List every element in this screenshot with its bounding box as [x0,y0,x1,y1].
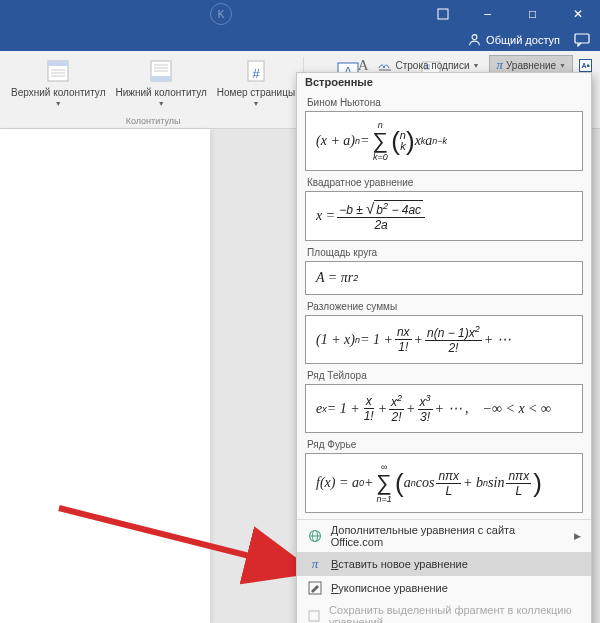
ink-icon [307,580,323,596]
eq-binomial-expansion[interactable]: (1 + x)n = 1 + nx1! + n(n − 1)x22! + ⋯ [305,315,583,364]
svg-rect-2 [575,34,589,43]
menu-header: Встроенные [297,73,591,91]
titlebar-decoration: K [210,0,232,28]
person-icon [468,33,481,46]
svg-text:#: # [252,66,260,81]
dropdown-icon: ▼ [473,62,480,69]
menu-ink-label: Рукописное уравнение [331,582,448,594]
menu-body: Бином Ньютона (x + a)n = n∑k=0 (nk) xkan… [297,91,591,519]
dropdown-icon: ▼ [559,62,566,69]
page-number-button[interactable]: # Номер страницы ▼ [212,55,300,116]
svg-rect-28 [309,611,319,621]
footer-button[interactable]: Нижний колонтитул ▼ [111,55,212,116]
header-label: Верхний колонтитул [11,87,106,98]
share-bar: Общий доступ [0,28,600,51]
share-label: Общий доступ [486,34,560,46]
help-button[interactable] [420,0,465,28]
app-logo: K [210,3,232,25]
eq-title-taylor: Ряд Тейлора [307,370,583,381]
menu-insert-equation[interactable]: π Вставить новое уравнение [297,552,591,576]
signature-label: Строка подписи [395,60,469,71]
eq-title-binomial: Бином Ньютона [307,97,583,108]
page-number-icon: # [243,58,269,84]
signature-line-button[interactable]: Строка подписи ▼ [374,58,483,72]
eq-fourier[interactable]: f(x) = a0 + ∞∑n=1 (an cos nπxL + bn sin … [305,453,583,513]
save-icon [307,608,321,623]
dropcap-icon[interactable]: A [358,57,369,74]
footer-label: Нижний колонтитул [116,87,207,98]
signature-icon [378,59,392,71]
menu-more-equations[interactable]: Дополнительные уравнения с сайта Office.… [297,520,591,552]
eq-title-quadratic: Квадратное уравнение [307,177,583,188]
eq-title-binomial-expansion: Разложение суммы [307,301,583,312]
menu-ink-equation[interactable]: Рукописное уравнение [297,576,591,600]
close-button[interactable]: ✕ [555,0,600,28]
dropdown-icon: ▼ [252,100,259,107]
svg-rect-0 [438,9,448,19]
annotation-arrow [55,498,320,588]
pi-icon: π [307,556,323,572]
eq-binomial[interactable]: (x + a)n = n∑k=0 (nk) xkan−k [305,111,583,171]
cap-icon[interactable]: А■ [579,59,592,72]
dropdown-icon: ▼ [158,100,165,107]
pi-icon: π [496,57,503,73]
menu-save-selection: Сохранить выделенный фрагмент в коллекци… [297,600,591,623]
minimize-button[interactable]: – [465,0,510,28]
menu-footer: Дополнительные уравнения с сайта Office.… [297,519,591,623]
eq-taylor[interactable]: ex = 1 + x1! + x22! + x33! + ⋯ , −∞ < x … [305,384,583,433]
header-icon [45,58,71,84]
footer-icon [148,58,174,84]
page-number-label: Номер страницы [217,87,295,98]
dropdown-icon: ▼ [55,100,62,107]
comment-icon[interactable] [574,33,590,47]
group-label: Колонтитулы [6,116,300,128]
menu-more-label: Дополнительные уравнения с сайта Office.… [331,524,566,548]
svg-rect-4 [48,61,68,66]
ribbon-group-headers-footers: Верхний колонтитул ▼ Нижний колонтитул ▼… [6,51,300,128]
eq-quadratic[interactable]: x = −b ± √b2 − 4ac2a [305,191,583,241]
header-button[interactable]: Верхний колонтитул ▼ [6,55,111,116]
world-icon [307,528,323,544]
equation-label: Уравнение [506,60,556,71]
equation-dropdown-menu: Встроенные Бином Ньютона (x + a)n = n∑k=… [296,72,592,623]
share-button[interactable]: Общий доступ [468,33,560,46]
svg-point-1 [472,35,477,40]
menu-save-label: Сохранить выделенный фрагмент в коллекци… [329,604,581,623]
svg-rect-9 [151,76,171,81]
eq-title-circle-area: Площадь круга [307,247,583,258]
maximize-button[interactable]: □ [510,0,555,28]
eq-circle-area[interactable]: A = πr2 [305,261,583,295]
chevron-right-icon: ▶ [574,531,581,541]
eq-title-fourier: Ряд Фурье [307,439,583,450]
window-titlebar: K – □ ✕ [0,0,600,28]
menu-insert-label: Вставить новое уравнение [331,558,468,570]
svg-line-23 [59,508,305,570]
